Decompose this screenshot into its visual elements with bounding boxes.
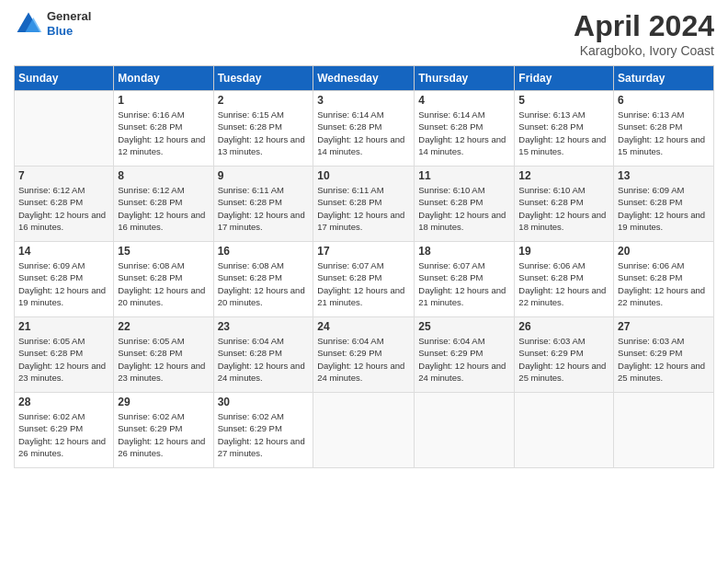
- day-info: Sunrise: 6:14 AMSunset: 6:28 PMDaylight:…: [317, 109, 410, 157]
- calendar-cell: 19Sunrise: 6:06 AMSunset: 6:28 PMDayligh…: [515, 242, 614, 317]
- calendar-cell: [15, 91, 114, 167]
- day-info: Sunrise: 6:11 AMSunset: 6:28 PMDaylight:…: [317, 184, 410, 233]
- calendar-cell: 25Sunrise: 6:04 AMSunset: 6:29 PMDayligh…: [415, 317, 515, 393]
- day-info: Sunrise: 6:05 AMSunset: 6:28 PMDaylight:…: [118, 335, 209, 384]
- calendar-cell: 30Sunrise: 6:02 AMSunset: 6:29 PMDayligh…: [213, 393, 313, 468]
- calendar-cell: 22Sunrise: 6:05 AMSunset: 6:28 PMDayligh…: [114, 317, 213, 393]
- calendar-cell: 28Sunrise: 6:02 AMSunset: 6:29 PMDayligh…: [15, 393, 114, 468]
- logo: General Blue: [14, 9, 91, 39]
- calendar-cell: 4Sunrise: 6:14 AMSunset: 6:28 PMDaylight…: [415, 91, 515, 167]
- day-number: 7: [18, 169, 109, 182]
- day-header-thursday: Thursday: [415, 66, 515, 91]
- day-info: Sunrise: 6:12 AMSunset: 6:28 PMDaylight:…: [18, 184, 109, 233]
- week-row-1: 7Sunrise: 6:12 AMSunset: 6:28 PMDaylight…: [15, 167, 714, 242]
- calendar-cell: 1Sunrise: 6:16 AMSunset: 6:28 PMDaylight…: [114, 91, 213, 167]
- day-info: Sunrise: 6:03 AMSunset: 6:29 PMDaylight:…: [618, 335, 710, 384]
- day-number: 25: [418, 320, 510, 333]
- calendar-cell: 10Sunrise: 6:11 AMSunset: 6:28 PMDayligh…: [313, 167, 415, 242]
- calendar-table: SundayMondayTuesdayWednesdayThursdayFrid…: [14, 65, 714, 468]
- day-number: 12: [518, 169, 609, 182]
- day-info: Sunrise: 6:06 AMSunset: 6:28 PMDaylight:…: [518, 259, 609, 308]
- day-info: Sunrise: 6:07 AMSunset: 6:28 PMDaylight:…: [317, 259, 410, 308]
- day-header-sunday: Sunday: [15, 66, 114, 91]
- day-info: Sunrise: 6:10 AMSunset: 6:28 PMDaylight:…: [418, 184, 510, 233]
- day-header-saturday: Saturday: [614, 66, 714, 91]
- day-number: 23: [218, 320, 310, 333]
- calendar-cell: 17Sunrise: 6:07 AMSunset: 6:28 PMDayligh…: [313, 242, 415, 317]
- main-title: April 2024: [574, 9, 714, 43]
- day-number: 13: [618, 169, 710, 182]
- day-number: 16: [218, 245, 310, 258]
- day-number: 10: [317, 169, 410, 182]
- day-number: 30: [218, 396, 310, 408]
- calendar-cell: 29Sunrise: 6:02 AMSunset: 6:29 PMDayligh…: [114, 393, 213, 468]
- calendar-cell: 3Sunrise: 6:14 AMSunset: 6:28 PMDaylight…: [313, 91, 415, 167]
- calendar-cell: 16Sunrise: 6:08 AMSunset: 6:28 PMDayligh…: [213, 242, 313, 317]
- day-header-wednesday: Wednesday: [313, 66, 415, 91]
- calendar-cell: 2Sunrise: 6:15 AMSunset: 6:28 PMDaylight…: [213, 91, 313, 167]
- logo-general-text: General: [47, 9, 91, 24]
- day-number: 1: [118, 94, 209, 107]
- day-number: 28: [18, 396, 109, 408]
- calendar-cell: 8Sunrise: 6:12 AMSunset: 6:28 PMDaylight…: [114, 167, 213, 242]
- day-info: Sunrise: 6:07 AMSunset: 6:28 PMDaylight:…: [418, 259, 510, 308]
- day-number: 24: [317, 320, 410, 333]
- day-number: 15: [118, 245, 209, 258]
- calendar-cell: [415, 393, 515, 468]
- header: General Blue April 2024 Karagboko, Ivory…: [14, 9, 714, 58]
- calendar-header: SundayMondayTuesdayWednesdayThursdayFrid…: [15, 66, 714, 91]
- day-number: 14: [18, 245, 109, 258]
- week-row-2: 14Sunrise: 6:09 AMSunset: 6:28 PMDayligh…: [15, 242, 714, 317]
- day-number: 8: [118, 169, 209, 182]
- logo-icon: [14, 9, 43, 39]
- day-info: Sunrise: 6:06 AMSunset: 6:28 PMDaylight:…: [618, 259, 710, 308]
- calendar-cell: 23Sunrise: 6:04 AMSunset: 6:28 PMDayligh…: [213, 317, 313, 393]
- calendar-cell: 14Sunrise: 6:09 AMSunset: 6:28 PMDayligh…: [15, 242, 114, 317]
- day-info: Sunrise: 6:11 AMSunset: 6:28 PMDaylight:…: [218, 184, 310, 233]
- day-info: Sunrise: 6:02 AMSunset: 6:29 PMDaylight:…: [18, 410, 109, 459]
- week-row-4: 28Sunrise: 6:02 AMSunset: 6:29 PMDayligh…: [15, 393, 714, 468]
- calendar-cell: 9Sunrise: 6:11 AMSunset: 6:28 PMDaylight…: [213, 167, 313, 242]
- calendar-cell: [614, 393, 714, 468]
- calendar-cell: 24Sunrise: 6:04 AMSunset: 6:29 PMDayligh…: [313, 317, 415, 393]
- day-info: Sunrise: 6:10 AMSunset: 6:28 PMDaylight:…: [518, 184, 609, 233]
- day-number: 2: [218, 94, 310, 107]
- calendar-cell: 7Sunrise: 6:12 AMSunset: 6:28 PMDaylight…: [15, 167, 114, 242]
- day-info: Sunrise: 6:08 AMSunset: 6:28 PMDaylight:…: [218, 259, 310, 308]
- day-info: Sunrise: 6:15 AMSunset: 6:28 PMDaylight:…: [218, 109, 310, 157]
- calendar-cell: 11Sunrise: 6:10 AMSunset: 6:28 PMDayligh…: [415, 167, 515, 242]
- day-number: 6: [618, 94, 710, 107]
- calendar-cell: 15Sunrise: 6:08 AMSunset: 6:28 PMDayligh…: [114, 242, 213, 317]
- day-info: Sunrise: 6:13 AMSunset: 6:28 PMDaylight:…: [518, 109, 609, 157]
- calendar-cell: [313, 393, 415, 468]
- day-header-monday: Monday: [114, 66, 213, 91]
- day-number: 9: [218, 169, 310, 182]
- day-header-friday: Friday: [515, 66, 614, 91]
- day-info: Sunrise: 6:04 AMSunset: 6:28 PMDaylight:…: [218, 335, 310, 384]
- calendar-cell: 26Sunrise: 6:03 AMSunset: 6:29 PMDayligh…: [515, 317, 614, 393]
- day-number: 19: [518, 245, 609, 258]
- day-number: 27: [618, 320, 710, 333]
- header-row: SundayMondayTuesdayWednesdayThursdayFrid…: [15, 66, 714, 91]
- day-number: 17: [317, 245, 410, 258]
- calendar-cell: 21Sunrise: 6:05 AMSunset: 6:28 PMDayligh…: [15, 317, 114, 393]
- calendar-cell: [515, 393, 614, 468]
- calendar-body: 1Sunrise: 6:16 AMSunset: 6:28 PMDaylight…: [15, 91, 714, 468]
- week-row-0: 1Sunrise: 6:16 AMSunset: 6:28 PMDaylight…: [15, 91, 714, 167]
- calendar-cell: 27Sunrise: 6:03 AMSunset: 6:29 PMDayligh…: [614, 317, 714, 393]
- day-info: Sunrise: 6:08 AMSunset: 6:28 PMDaylight:…: [118, 259, 209, 308]
- logo-text: General Blue: [47, 9, 91, 38]
- day-number: 5: [518, 94, 609, 107]
- week-row-3: 21Sunrise: 6:05 AMSunset: 6:28 PMDayligh…: [15, 317, 714, 393]
- day-info: Sunrise: 6:03 AMSunset: 6:29 PMDaylight:…: [518, 335, 609, 384]
- calendar-cell: 5Sunrise: 6:13 AMSunset: 6:28 PMDaylight…: [515, 91, 614, 167]
- calendar-cell: 6Sunrise: 6:13 AMSunset: 6:28 PMDaylight…: [614, 91, 714, 167]
- calendar-cell: 13Sunrise: 6:09 AMSunset: 6:28 PMDayligh…: [614, 167, 714, 242]
- day-info: Sunrise: 6:12 AMSunset: 6:28 PMDaylight:…: [118, 184, 209, 233]
- day-info: Sunrise: 6:13 AMSunset: 6:28 PMDaylight:…: [618, 109, 710, 157]
- calendar-cell: 18Sunrise: 6:07 AMSunset: 6:28 PMDayligh…: [415, 242, 515, 317]
- day-number: 26: [518, 320, 609, 333]
- day-info: Sunrise: 6:04 AMSunset: 6:29 PMDaylight:…: [418, 335, 510, 384]
- day-number: 18: [418, 245, 510, 258]
- day-info: Sunrise: 6:02 AMSunset: 6:29 PMDaylight:…: [218, 410, 310, 459]
